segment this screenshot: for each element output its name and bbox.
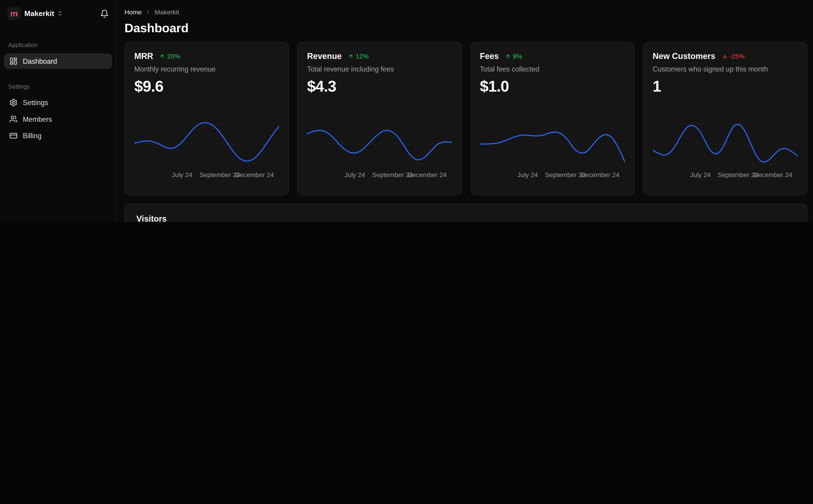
sidebar-item-dashboard[interactable]: Dashboard — [4, 53, 112, 69]
sparkline-chart — [480, 120, 625, 168]
sidebar-item-members[interactable]: Members — [4, 111, 112, 127]
chevrons-up-down-icon — [57, 10, 63, 16]
main-content: Home Makerkit Dashboard MRR 20% Monthly … — [117, 0, 813, 222]
stat-card-value: $4.3 — [307, 78, 452, 95]
stat-card-value: 1 — [653, 78, 797, 95]
makerkit-logo: m — [7, 7, 21, 20]
sparkline-axis: July 24 September 24 December 24 — [307, 171, 452, 180]
stat-change-badge: 9% — [505, 53, 522, 60]
visitors-title: Visitors — [136, 215, 795, 222]
axis-tick: September 24 — [545, 171, 586, 179]
sidebar-section-settings: Settings Settings Members Billing — [4, 83, 112, 145]
users-icon — [9, 115, 18, 123]
breadcrumb-current-link[interactable]: Makerkit — [154, 8, 179, 16]
stat-change-text: -25% — [729, 53, 744, 60]
sidebar-item-billing[interactable]: Billing — [4, 128, 112, 143]
trend-arrow-icon — [348, 53, 354, 60]
axis-tick: July 24 — [345, 171, 365, 179]
sidebar-item-label: Billing — [23, 132, 42, 140]
stat-card: MRR 20% Monthly recurring revenue $9.6 J… — [124, 42, 289, 195]
stat-cards-row: MRR 20% Monthly recurring revenue $9.6 J… — [124, 42, 807, 195]
chevron-right-icon — [145, 9, 151, 15]
stat-card-subtitle: Total revenue including fees — [307, 65, 452, 73]
axis-tick: July 24 — [690, 171, 711, 179]
stat-card-value: $1.0 — [480, 78, 625, 95]
layout-dashboard-icon — [9, 57, 18, 65]
stat-change-text: 9% — [513, 53, 522, 60]
stat-change-text: 20% — [167, 53, 180, 60]
breadcrumb-home-link[interactable]: Home — [124, 8, 142, 16]
stat-card-title: Fees — [480, 52, 499, 61]
trend-arrow-icon — [159, 53, 165, 60]
sidebar: m Makerkit Application Dashboard Setting… — [0, 0, 117, 222]
stat-card: New Customers -25% Customers who signed … — [643, 42, 807, 195]
svg-text:m: m — [10, 9, 18, 18]
stat-sparkline: July 24 September 24 December 24 — [134, 120, 279, 180]
app-root: m Makerkit Application Dashboard Setting… — [0, 0, 813, 222]
stat-card-value: $9.6 — [134, 78, 279, 95]
sparkline-chart — [307, 120, 452, 168]
axis-tick: December 24 — [581, 171, 620, 179]
page-title: Dashboard — [124, 21, 807, 35]
axis-tick: December 24 — [408, 171, 447, 179]
sidebar-item-label: Settings — [23, 99, 48, 106]
gear-icon — [9, 98, 18, 107]
bell-icon — [100, 9, 109, 18]
axis-tick: July 24 — [172, 171, 192, 179]
sidebar-item-settings[interactable]: Settings — [4, 95, 112, 110]
stat-change-badge: 12% — [348, 53, 369, 60]
stat-card-subtitle: Total fees collected — [480, 65, 625, 73]
stat-card: Revenue 12% Total revenue including fees… — [297, 42, 462, 195]
sparkline-axis: July 24 September 24 December 24 — [480, 171, 625, 180]
trend-arrow-icon — [722, 53, 728, 60]
axis-tick: September 24 — [199, 171, 240, 179]
notifications-button[interactable] — [100, 9, 109, 18]
stat-change-text: 12% — [356, 53, 369, 60]
sidebar-section-label: Application — [4, 42, 112, 48]
stat-card-title: Revenue — [307, 52, 342, 61]
axis-tick: July 24 — [517, 171, 538, 179]
axis-tick: December 24 — [753, 171, 792, 179]
stat-card-subtitle: Monthly recurring revenue — [134, 65, 279, 73]
stat-change-badge: -25% — [722, 53, 744, 60]
stat-sparkline: July 24 September 24 December 24 — [480, 120, 625, 180]
axis-tick: December 24 — [235, 171, 274, 179]
stat-change-badge: 20% — [159, 53, 180, 60]
sidebar-header: m Makerkit — [7, 7, 109, 20]
sparkline-chart — [653, 120, 797, 168]
trend-arrow-icon — [505, 53, 511, 60]
stat-card-title: New Customers — [653, 52, 715, 61]
sidebar-item-label: Dashboard — [23, 57, 57, 65]
workspace-selector[interactable]: Makerkit — [24, 9, 63, 18]
axis-tick: September 24 — [718, 171, 758, 179]
stat-sparkline: July 24 September 24 December 24 — [653, 120, 797, 180]
stat-sparkline: July 24 September 24 December 24 — [307, 120, 452, 180]
breadcrumb: Home Makerkit — [124, 8, 807, 16]
stat-card-title: MRR — [134, 52, 153, 61]
sparkline-axis: July 24 September 24 December 24 — [653, 171, 797, 180]
sparkline-chart — [134, 120, 279, 168]
sidebar-section-application: Application Dashboard — [4, 42, 112, 70]
axis-tick: September 24 — [372, 171, 413, 179]
stat-card-subtitle: Customers who signed up this month — [653, 65, 797, 73]
credit-card-icon — [9, 132, 18, 140]
sidebar-section-label: Settings — [4, 83, 112, 90]
sparkline-axis: July 24 September 24 December 24 — [134, 171, 279, 180]
stat-card: Fees 9% Total fees collected $1.0 July 2… — [470, 42, 635, 195]
visitors-card: Visitors Showing total visitors for the … — [124, 204, 807, 222]
workspace-name: Makerkit — [24, 9, 54, 18]
sidebar-item-label: Members — [23, 115, 52, 123]
